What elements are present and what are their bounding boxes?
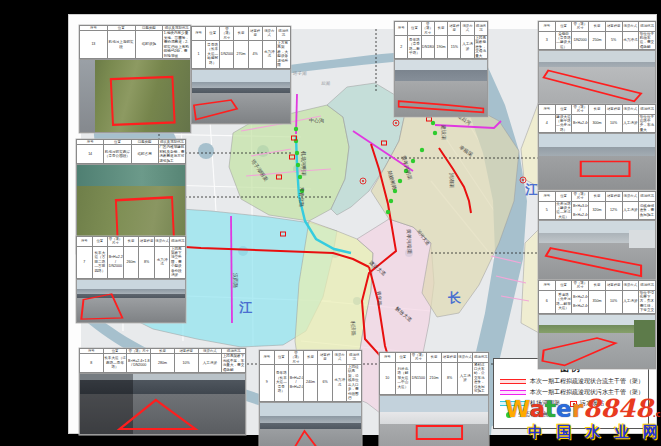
- table-header-cell: 现场情况: [639, 22, 656, 32]
- site-photo-right-3: [538, 220, 656, 280]
- red-annotation-outline: [544, 71, 641, 102]
- callout-bottom-3: 序号位置管（渠）尺寸长度堵塞程度清淤方式现场情况10利济北路（解放大道—中山大道…: [379, 352, 489, 446]
- table-data-cell: 长丰大道（汉西路—青年路）: [103, 354, 127, 373]
- table-data-cell: 金墩街（常青路—建设大道）: [555, 31, 572, 50]
- table-data-cell: 管位于绿化带下方，乔木需迁移，下穿立交: [639, 290, 656, 313]
- site-photo-top-left: [79, 59, 191, 133]
- watermark-cn-char: 水: [586, 423, 601, 441]
- table-data-cell: 7: [77, 246, 93, 278]
- eco-dot-marker: [420, 148, 424, 152]
- eco-dot-marker: [295, 151, 299, 155]
- table-data-cell: B×H=2.2×1.8 / DN2000: [108, 246, 124, 278]
- table-header-cell: 序号: [539, 192, 556, 202]
- table-data-cell: 厂区内堆放建筑材料及杂物，需清表腾退后方可进场施工: [158, 145, 185, 164]
- photo-annotation-svg: [77, 280, 185, 322]
- watermark-cn-site-name: 中国水业网: [528, 423, 658, 441]
- table-data-cell: B×H=2.0×1.5 / B×H=2.0×1.2: [289, 364, 304, 401]
- callout-table: 序号位置管（渠）尺寸长度堵塞程度清淤方式现场情况7长丰大道（古田二路—古田四路）…: [76, 236, 186, 279]
- watermark-cn-char: 网: [643, 423, 658, 441]
- table-data-cell: 240m: [303, 364, 318, 401]
- table-data-cell: 青年路（常青路—新华路）: [408, 35, 421, 58]
- legend-label: 本次一期工程拟疏浚现状合流主干管（渠）: [530, 377, 644, 386]
- callout-table: 序号位置管（渠）尺寸长度堵塞程度清淤方式现场情况9青年路（长丰大道—常青路）B×…: [259, 350, 362, 402]
- table-data-cell: 临时占用: [131, 145, 158, 164]
- table-data-cell: DN1800: [421, 35, 434, 58]
- table-data-cell: 水力冲洗: [622, 31, 639, 50]
- table-header-cell: 位置: [274, 351, 289, 365]
- table-data-cell: 建设大道（新华路—黄孝河路）: [555, 114, 572, 133]
- table-header-cell: 管（渠）尺寸: [127, 349, 151, 354]
- watermark-letter: a: [530, 396, 546, 422]
- legend-symbol-combined-main: [500, 379, 526, 384]
- map-label: 淌湖渠: [448, 172, 455, 188]
- map-label: 常青北路: [298, 187, 305, 207]
- red-annotation-outline: [288, 431, 324, 446]
- table-header-cell: 长度: [589, 192, 606, 202]
- watermark-letter: e: [556, 396, 572, 422]
- map-label: 汉西路: [232, 273, 239, 288]
- red-annotation-outline: [542, 338, 615, 365]
- table-header-cell: 管（渠）尺寸: [572, 105, 589, 115]
- table-data-cell: 上跨轻轨高架，沿线单位出入口多，需分段围挡: [347, 364, 362, 401]
- plan-sheet: 中心沟机场河明渠常青北路塔子湖明渠黄孝河明渠姑嫂树路建设渠幸福渠淌湖渠张公堤后河…: [68, 14, 657, 434]
- callout-table: 序号位置问题类型现状及规划情况13机场河上游明渠段临时设施1.地块内有少量菜地、…: [79, 25, 191, 59]
- photo-annotation-svg: [395, 60, 487, 116]
- table-data-cell: 管位位于机动车道，需交通疏解: [639, 31, 656, 50]
- table-header-cell: 长度: [123, 237, 139, 247]
- table-data-cell: 水力冲洗: [154, 246, 170, 278]
- table-data-cell: 紧邻汉口火车站，公交车流密集，仅夜间可施工: [473, 362, 489, 394]
- red-annotation-outline: [417, 426, 462, 439]
- table-data-cell: 管位位于道路中央，车流量大: [639, 114, 656, 133]
- table-header-cell: 清淤方式: [622, 281, 639, 291]
- table-header-cell: 长度: [434, 22, 447, 36]
- callout-right-1: 序号位置管（渠）尺寸长度堵塞程度清淤方式现场情况3金墩街（常青路—建设大道）DN…: [538, 21, 656, 105]
- table-header-cell: 长度: [234, 27, 248, 41]
- ring-marker-dot: [522, 179, 524, 181]
- callout-table: 序号位置管（渠）尺寸长度堵塞程度清淤方式现场情况6香港路（黄孝河路—解放大道）B…: [538, 280, 656, 314]
- river-name-label: 江: [239, 300, 253, 315]
- table-data-cell: 上跨高架桥墩密集，交通流量大: [474, 35, 487, 58]
- table-data-cell: B×H=3.0×2.2 / B×H=2.4×1.8: [572, 201, 589, 220]
- table-data-cell: 10%: [605, 114, 622, 133]
- table-data-cell: 190m: [434, 35, 447, 58]
- table-data-cell: 人工清淤: [622, 114, 639, 133]
- table-data-cell: 人工清淤: [622, 201, 639, 220]
- table-header-cell: 序号: [192, 27, 206, 41]
- table-header-cell: 堵塞程度: [605, 22, 622, 32]
- site-photo-bottom-3: [379, 395, 489, 446]
- ring-marker-dot: [395, 122, 397, 124]
- site-photo-bottom-1: [79, 373, 246, 435]
- table-data-cell: 350m: [589, 290, 606, 313]
- table-header-cell: 清淤方式: [622, 22, 639, 32]
- table-header-cell: 清淤方式: [622, 192, 639, 202]
- red-annotation-outline: [111, 77, 175, 125]
- table-header-cell: 现状及规划情况: [163, 26, 191, 31]
- map-label: 建设渠: [440, 124, 447, 140]
- table-header-cell: 堵塞程度: [605, 281, 622, 291]
- table-header-cell: 清淤方式: [154, 237, 170, 247]
- table-header-cell: 管（渠）尺寸: [220, 27, 234, 41]
- eco-dot-marker: [433, 131, 437, 135]
- table-data-cell: DN2000: [220, 40, 234, 68]
- callout-top-left: 序号位置问题类型现状及规划情况13机场河上游明渠段临时设施1.地块内有少量菜地、…: [79, 25, 191, 133]
- table-header-cell: 现场情况: [473, 353, 489, 363]
- table-data-cell: DN2000: [572, 31, 589, 50]
- callout-left-3: 序号位置管（渠）尺寸长度堵塞程度清淤方式现场情况7长丰大道（古田二路—古田四路）…: [76, 236, 186, 323]
- table-header-cell: 管（渠）尺寸: [572, 22, 589, 32]
- watermark-number: 8848: [583, 394, 653, 423]
- table-data-cell: 320m: [589, 201, 606, 220]
- table-data-cell: 4: [539, 114, 556, 133]
- table-header-cell: 序号: [539, 105, 556, 115]
- red-annotation-outline: [546, 249, 641, 277]
- callout-table: 序号位置管（渠）尺寸长度堵塞程度清淤方式现场情况2青年路（常青路—新华路）DN1…: [394, 21, 488, 59]
- eco-dot-marker: [389, 199, 393, 203]
- table-data-cell: 10%: [605, 290, 622, 313]
- table-data-cell: DN1500: [411, 362, 427, 394]
- table-header-cell: 位置: [206, 27, 220, 41]
- red-annotation-outline: [581, 162, 630, 177]
- photo-annotation-svg: [539, 134, 655, 189]
- red-annotation-outline: [194, 100, 237, 119]
- table-header-cell: 位置: [555, 105, 572, 115]
- table-header-cell: 清淤方式: [461, 22, 474, 36]
- table-data-cell: 270m: [234, 40, 248, 68]
